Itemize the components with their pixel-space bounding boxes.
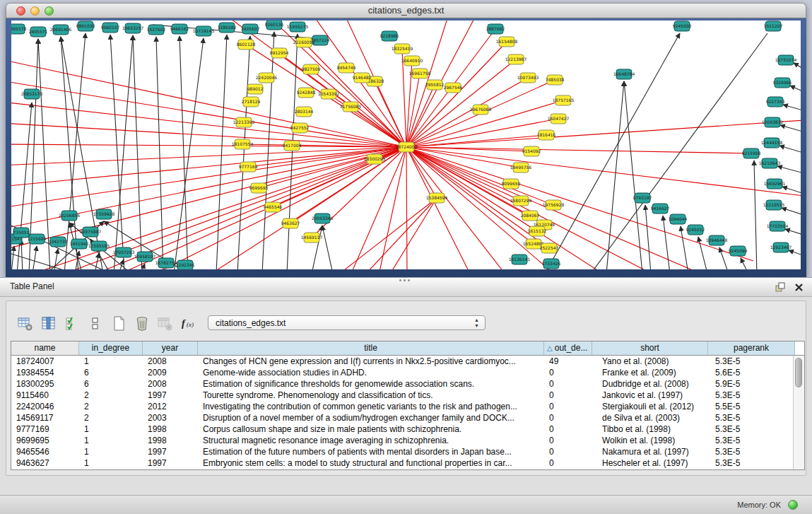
table-cell[interactable]: 2012 xyxy=(143,401,198,412)
table-selector-dropdown[interactable]: citations_edges.txt ▲▼ xyxy=(208,315,486,330)
graph-node[interactable]: 18107554 xyxy=(232,139,254,149)
table-cell[interactable]: 1 xyxy=(79,424,143,435)
graph-node[interactable]: 18325419 xyxy=(392,44,413,54)
graph-node[interactable]: 9245099 xyxy=(729,246,748,256)
graph-node[interactable]: 1615132 xyxy=(528,226,547,236)
table-row[interactable]: 1938455462009Genome-wide association stu… xyxy=(11,367,804,378)
memory-ok-indicator[interactable] xyxy=(788,500,798,510)
graph-node[interactable]: 9465546 xyxy=(264,202,283,212)
select-all-icon[interactable] xyxy=(64,315,80,332)
graph-node[interactable]: 8454749 xyxy=(337,63,356,73)
graph-node[interactable]: 9560157 xyxy=(101,23,120,33)
graph-node[interactable]: 29676068 xyxy=(470,105,492,115)
close-panel-icon[interactable] xyxy=(794,282,804,295)
graph-node[interactable]: 16782759 xyxy=(155,258,177,268)
table-cell[interactable]: 9465546 xyxy=(11,446,79,457)
graph-node[interactable]: 9466162 xyxy=(170,24,189,34)
show-columns-icon[interactable] xyxy=(41,315,57,332)
table-cell[interactable]: 1997 xyxy=(143,446,198,457)
table-cell[interactable]: Estimation of the future numbers of pati… xyxy=(198,446,544,457)
graph-node[interactable]: 12093832 xyxy=(762,117,784,127)
table-mode-icon[interactable] xyxy=(18,315,33,332)
table-cell[interactable]: Yano et al. (2008) xyxy=(592,356,708,367)
vertical-scrollbar[interactable] xyxy=(793,356,804,469)
graph-node[interactable]: 9242848 xyxy=(297,88,316,98)
table-cell[interactable]: 2009 xyxy=(143,367,198,378)
graph-node[interactable]: 2967546 xyxy=(444,83,463,93)
graph-node[interactable]: 10973493 xyxy=(517,73,539,83)
table-cell[interactable]: Investigating the contribution of common… xyxy=(198,401,544,412)
table-row[interactable]: 946554611997Estimation of the future num… xyxy=(11,446,804,457)
table-cell[interactable]: 5.3E-5 xyxy=(708,435,795,446)
graph-node[interactable]: 2887682 xyxy=(486,24,505,34)
graph-node[interactable]: 9146482 xyxy=(353,73,372,83)
graph-node[interactable]: 10719145 xyxy=(193,26,215,36)
table-cell[interactable]: Franke et al. (2009) xyxy=(592,367,708,378)
graph-node[interactable]: 18724007 xyxy=(396,142,418,152)
graph-node[interactable]: 22420046 xyxy=(256,73,278,83)
table-cell[interactable]: 49 xyxy=(544,356,592,367)
graph-node[interactable]: 2405571 xyxy=(29,27,48,37)
column-header-out_de[interactable]: △out_de... xyxy=(544,341,592,355)
graph-node[interactable]: 14569117 xyxy=(301,233,323,243)
graph-node[interactable]: 10946448 xyxy=(706,235,728,245)
graph-node[interactable]: 1094644 xyxy=(669,214,688,224)
graph-node[interactable]: 20691406 xyxy=(50,25,72,35)
window-titlebar[interactable]: citations_edges.txt xyxy=(6,3,806,18)
network-canvas[interactable]: 1895578240557120691406889103895601571065… xyxy=(11,21,801,269)
table-cell[interactable]: 5.3E-5 xyxy=(708,446,795,457)
table-cell[interactable]: 5.3E-5 xyxy=(708,424,795,435)
table-cell[interactable]: Stergiakouli et al. (2012) xyxy=(592,401,708,412)
graph-node[interactable]: 9699695 xyxy=(249,183,269,193)
table-cell[interactable]: 0 xyxy=(544,446,592,457)
table-cell[interactable]: 1 xyxy=(79,446,143,457)
graph-node[interactable]: 15384594 xyxy=(426,193,448,203)
table-cell[interactable]: 1997 xyxy=(143,457,198,469)
column-header-in_degree[interactable]: in_degree xyxy=(79,341,143,355)
graph-node[interactable]: 16136141 xyxy=(509,255,531,264)
table-cell[interactable]: 9699695 xyxy=(11,435,79,446)
table-cell[interactable]: 6 xyxy=(79,367,143,378)
table-cell[interactable]: 18724007 xyxy=(11,356,79,367)
table-cell[interactable]: 5.9E-5 xyxy=(708,378,795,390)
graph-node[interactable]: 1935607 xyxy=(241,24,260,34)
table-row[interactable]: 911546021997Tourette syndrome. Phenomeno… xyxy=(11,390,804,401)
graph-node[interactable]: 10958107 xyxy=(134,252,156,262)
graph-node[interactable]: 31756085 xyxy=(340,102,362,112)
graph-node[interactable]: 1511207 xyxy=(764,21,783,31)
graph-node[interactable]: 12213987 xyxy=(505,54,527,64)
table-cell[interactable]: 1 xyxy=(79,457,143,469)
graph-node[interactable]: 9245000 xyxy=(673,21,692,31)
graph-node[interactable]: 10653257 xyxy=(122,23,144,33)
table-cell[interactable]: 0 xyxy=(544,424,592,435)
graph-node[interactable]: 16648784 xyxy=(613,69,635,79)
table-cell[interactable]: 0 xyxy=(544,390,592,401)
table-cell[interactable]: 0 xyxy=(544,401,592,412)
graph-node[interactable]: 11955275 xyxy=(287,22,309,32)
graph-node[interactable]: 9463627 xyxy=(281,218,300,228)
table-row[interactable]: 1872400712008Changes of HCN gene express… xyxy=(11,356,804,367)
table-cell[interactable]: 9777169 xyxy=(11,424,79,435)
graph-node[interactable]: 10543392 xyxy=(318,89,340,99)
table-cell[interactable]: 1998 xyxy=(143,424,198,435)
table-cell[interactable]: 2008 xyxy=(143,356,198,367)
graph-node[interactable]: 1527602 xyxy=(147,25,166,35)
table-cell[interactable]: 18300295 xyxy=(11,378,79,390)
table-cell[interactable]: Structural magnetic resonance image aver… xyxy=(198,435,544,446)
table-cell[interactable]: Tourette syndrome. Phenomenology and cla… xyxy=(198,390,544,401)
graph-node[interactable]: 16154808 xyxy=(496,37,518,47)
graph-node[interactable]: 8601128 xyxy=(237,40,256,49)
graph-node[interactable]: 12213392 xyxy=(233,117,255,127)
function-builder-icon[interactable]: f (x) xyxy=(181,315,196,332)
graph-node[interactable]: 20206856 xyxy=(59,211,81,221)
table-cell[interactable]: Corpus callosum shape and size in male p… xyxy=(198,424,544,435)
table-cell[interactable]: 5.3E-5 xyxy=(708,412,795,424)
table-cell[interactable]: Genome-wide association studies in ADHD. xyxy=(198,367,544,378)
scrollbar-thumb[interactable] xyxy=(795,358,802,387)
graph-node[interactable]: 15692961 xyxy=(764,179,786,189)
table-cell[interactable]: 1997 xyxy=(143,390,198,401)
table-cell[interactable]: Dudbridge et al. (2008) xyxy=(592,378,708,390)
graph-node[interactable]: 9827509 xyxy=(302,64,321,74)
graph-node[interactable]: 12923467 xyxy=(770,243,792,252)
graph-node[interactable]: 16961758 xyxy=(409,69,431,78)
